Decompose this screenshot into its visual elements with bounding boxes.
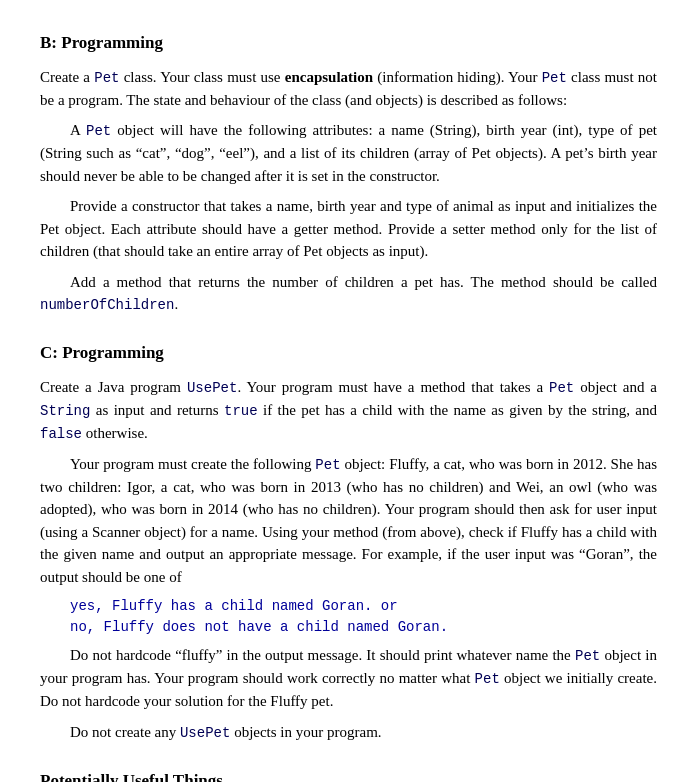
pet-class-ref-2: Pet bbox=[542, 70, 567, 86]
pet-ref-attr: Pet bbox=[86, 123, 111, 139]
section-c: C: Programming Create a Java program Use… bbox=[40, 340, 657, 744]
pet-class-ref-1: Pet bbox=[94, 70, 119, 86]
pet-ref-c4: Pet bbox=[475, 671, 500, 687]
section-b-para-3: Provide a constructor that takes a name,… bbox=[40, 195, 657, 263]
pet-ref-c3: Pet bbox=[575, 648, 600, 664]
pet-ref-c1: Pet bbox=[549, 380, 574, 396]
section-c-para-1: Create a Java program UsePet. Your progr… bbox=[40, 376, 657, 445]
example-output: yes, Fluffy has a child named Goran. or … bbox=[70, 596, 657, 638]
section-c-para-3: Do not hardcode “fluffy” in the output m… bbox=[40, 644, 657, 713]
section-useful-heading: Potentially Useful Things bbox=[40, 768, 657, 783]
section-b-para-4: Add a method that returns the number of … bbox=[40, 271, 657, 317]
section-c-para-4: Do not create any UsePet objects in your… bbox=[40, 721, 657, 744]
true-ref: true bbox=[224, 403, 258, 419]
section-useful: Potentially Useful Things java.util.Scan… bbox=[40, 768, 657, 783]
example-line-2: no, Fluffy does not have a child named G… bbox=[70, 617, 657, 638]
page-content: B: Programming Create a Pet class. Your … bbox=[40, 30, 657, 782]
usepet-ref-2: UsePet bbox=[180, 725, 230, 741]
section-b-heading: B: Programming bbox=[40, 30, 657, 56]
section-c-heading: C: Programming bbox=[40, 340, 657, 366]
section-b: B: Programming Create a Pet class. Your … bbox=[40, 30, 657, 316]
numberofchildren-ref: numberOfChildren bbox=[40, 297, 174, 313]
example-line-1: yes, Fluffy has a child named Goran. or bbox=[70, 596, 657, 617]
usepet-ref-1: UsePet bbox=[187, 380, 237, 396]
section-b-para-2: A Pet object will have the following att… bbox=[40, 119, 657, 187]
encapsulation-bold: encapsulation bbox=[285, 69, 373, 85]
pet-ref-c2: Pet bbox=[315, 457, 340, 473]
string-ref-c1: String bbox=[40, 403, 90, 419]
section-b-para-1: Create a Pet class. Your class must use … bbox=[40, 66, 657, 112]
section-c-para-2: Your program must create the following P… bbox=[40, 453, 657, 589]
false-ref: false bbox=[40, 426, 82, 442]
